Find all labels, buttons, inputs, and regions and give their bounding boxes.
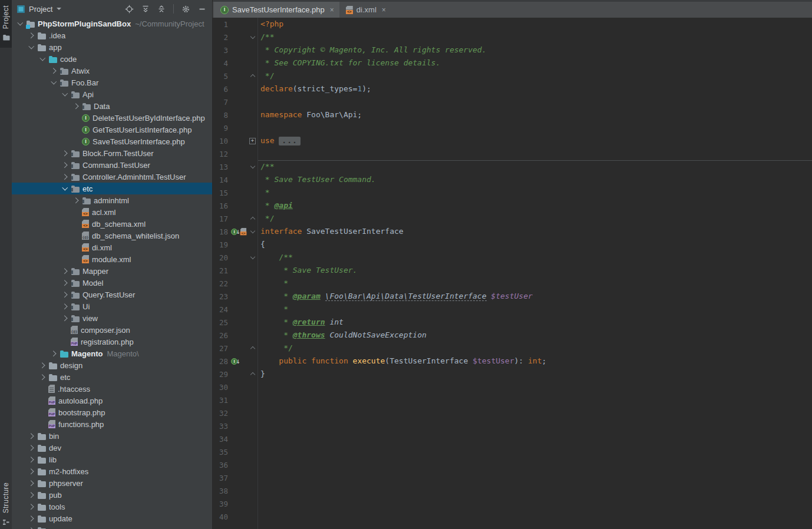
- editor-line[interactable]: 36: [213, 458, 812, 471]
- editor-line[interactable]: 10use ...: [213, 134, 812, 147]
- editor-line[interactable]: 30: [213, 381, 812, 394]
- tree-row[interactable]: lib: [12, 454, 212, 465]
- tree-row[interactable]: Ui: [12, 300, 212, 312]
- xml-config-marker-icon[interactable]: [240, 228, 247, 236]
- editor-line[interactable]: 14 * Save TestUser Command.: [213, 173, 812, 186]
- tree-row[interactable]: Api: [12, 88, 212, 100]
- editor-line[interactable]: 12: [213, 147, 812, 160]
- code-text[interactable]: public function execute(TestUserInterfac…: [257, 355, 546, 368]
- editor-line[interactable]: 23 * @param \Foo\Bar\Api\Data\TestUserIn…: [213, 290, 812, 303]
- settings-icon[interactable]: [181, 5, 190, 14]
- editor-line[interactable]: 22 *: [213, 277, 812, 290]
- tree-row[interactable]: db_schema_whitelist.json: [12, 230, 212, 242]
- select-opened-file-icon[interactable]: [125, 5, 134, 14]
- tree-row[interactable]: DeleteTestUserByIdInterface.php: [12, 112, 212, 124]
- tree-row[interactable]: design: [12, 359, 212, 371]
- editor-line[interactable]: 20 /**: [213, 251, 812, 264]
- code-text[interactable]: * @api: [257, 199, 293, 212]
- code-text[interactable]: */: [257, 212, 274, 225]
- code-text[interactable]: use ...: [257, 134, 301, 147]
- editor-line[interactable]: 2/**: [213, 31, 812, 44]
- chevron-down-icon[interactable]: [57, 8, 61, 10]
- tree-row[interactable]: composer.json: [12, 324, 212, 336]
- project-panel-title[interactable]: Project: [29, 5, 52, 14]
- tree-row[interactable]: bootstrap.php: [12, 406, 212, 418]
- tree-row[interactable]: adminhtml: [12, 194, 212, 206]
- editor-line[interactable]: 29}: [213, 368, 812, 381]
- tree-row[interactable]: bin: [12, 430, 212, 442]
- tool-window-button-project[interactable]: Project: [0, 0, 12, 48]
- editor-line[interactable]: 35: [213, 445, 812, 458]
- chevron-collapsed-icon[interactable]: [59, 293, 71, 297]
- code-text[interactable]: <?php: [257, 18, 283, 31]
- chevron-collapsed-icon[interactable]: [25, 505, 37, 509]
- tree-row[interactable]: MagentoMagento\: [12, 348, 212, 359]
- tree-row[interactable]: etc: [12, 183, 212, 194]
- fold-marker-icon[interactable]: [248, 138, 257, 144]
- tree-row[interactable]: update: [12, 513, 212, 524]
- chevron-collapsed-icon[interactable]: [25, 34, 37, 38]
- code-text[interactable]: * Copyright © Magento, Inc. All rights r…: [257, 44, 487, 57]
- chevron-collapsed-icon[interactable]: [37, 375, 48, 379]
- editor-line[interactable]: 7: [213, 95, 812, 108]
- editor-lines[interactable]: 1<?php2/**3 * Copyright © Magento, Inc. …: [213, 18, 812, 529]
- tree-row[interactable]: var: [12, 524, 212, 529]
- editor-line[interactable]: 1<?php: [213, 18, 812, 31]
- tree-row[interactable]: registration.php: [12, 336, 212, 348]
- tree-row[interactable]: acl.xml: [12, 206, 212, 218]
- chevron-collapsed-icon[interactable]: [25, 458, 37, 462]
- tool-window-button-structure[interactable]: Structure: [0, 482, 12, 528]
- implementations-marker-icon[interactable]: [231, 358, 237, 365]
- chevron-collapsed-icon[interactable]: [25, 493, 37, 497]
- tab-close-icon[interactable]: ×: [382, 6, 386, 14]
- chevron-collapsed-icon[interactable]: [25, 470, 37, 474]
- code-text[interactable]: declare(strict_types=1);: [257, 82, 371, 95]
- editor-line[interactable]: 19{: [213, 238, 812, 251]
- fold-marker-icon[interactable]: [248, 36, 257, 38]
- code-text[interactable]: *: [257, 303, 288, 316]
- tree-row[interactable]: pub: [12, 489, 212, 501]
- fold-marker-icon[interactable]: [248, 346, 257, 351]
- chevron-collapsed-icon[interactable]: [25, 434, 37, 438]
- editor-line[interactable]: 8namespace Foo\Bar\Api;: [213, 108, 812, 121]
- chevron-collapsed-icon[interactable]: [25, 517, 37, 521]
- chevron-expanded-icon[interactable]: [37, 58, 48, 60]
- code-text[interactable]: *: [257, 277, 288, 290]
- fold-marker-icon[interactable]: [248, 230, 257, 233]
- chevron-expanded-icon[interactable]: [48, 81, 60, 84]
- tree-row[interactable]: SaveTestUserInterface.php: [12, 135, 212, 147]
- tree-row[interactable]: GetTestUserListInterface.php: [12, 124, 212, 135]
- tree-row[interactable]: Controller.Adminhtml.TestUser: [12, 171, 212, 183]
- chevron-expanded-icon[interactable]: [25, 46, 37, 48]
- code-text[interactable]: * See COPYING.txt for license details.: [257, 57, 440, 70]
- editor-line[interactable]: 15 *: [213, 186, 812, 199]
- editor-line[interactable]: 9: [213, 121, 812, 134]
- editor-line[interactable]: 18interface SaveTestUserInterface: [213, 225, 812, 238]
- collapse-all-icon[interactable]: [157, 5, 166, 13]
- chevron-collapsed-icon[interactable]: [59, 316, 71, 320]
- hide-icon[interactable]: [198, 5, 206, 13]
- tree-row[interactable]: .idea: [12, 29, 212, 41]
- code-text[interactable]: * @param \Foo\Bar\Api\Data\TestUserInter…: [257, 290, 533, 303]
- editor-line[interactable]: 17 */: [213, 212, 812, 225]
- tree-row[interactable]: functions.php: [12, 418, 212, 430]
- chevron-expanded-icon[interactable]: [59, 187, 71, 190]
- editor-line[interactable]: 4 * See COPYING.txt for license details.: [213, 57, 812, 70]
- tree-row[interactable]: code: [12, 53, 212, 65]
- editor-line[interactable]: 39: [213, 497, 812, 510]
- code-text[interactable]: * @throws CouldNotSaveException: [257, 329, 427, 342]
- fold-marker-icon[interactable]: [248, 216, 257, 221]
- chevron-collapsed-icon[interactable]: [70, 104, 82, 108]
- tree-row[interactable]: etc: [12, 371, 212, 383]
- editor-line[interactable]: 5 */: [213, 70, 812, 82]
- chevron-collapsed-icon[interactable]: [59, 269, 71, 273]
- editor-line[interactable]: 3 * Copyright © Magento, Inc. All rights…: [213, 44, 812, 57]
- editor-line[interactable]: 21 * Save TestUser.: [213, 264, 812, 277]
- fold-marker-icon[interactable]: [248, 372, 257, 376]
- chevron-collapsed-icon[interactable]: [48, 352, 60, 356]
- editor-line[interactable]: 26 * @throws CouldNotSaveException: [213, 329, 812, 342]
- implementations-marker-icon[interactable]: [231, 229, 237, 235]
- editor-line[interactable]: 33: [213, 419, 812, 432]
- expand-all-icon[interactable]: [141, 5, 150, 13]
- chevron-collapsed-icon[interactable]: [59, 175, 71, 179]
